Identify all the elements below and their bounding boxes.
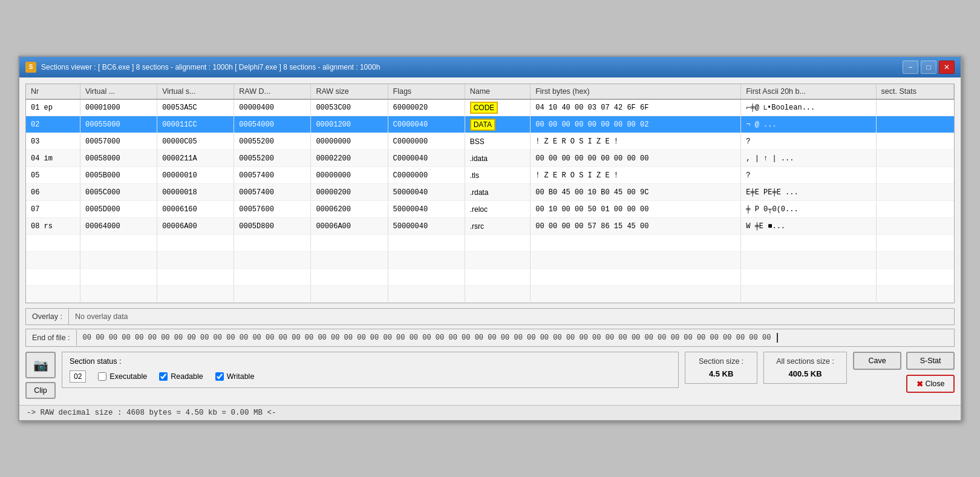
title-controls: − □ ✕ <box>903 61 955 74</box>
table-row[interactable]: 060005C000000000180005740000000200500000… <box>26 184 954 201</box>
status-bar: -> RAW decimal size : 4608 bytes = 4.50 … <box>19 405 961 420</box>
executable-checkbox-item[interactable]: Executable <box>98 372 147 381</box>
title-bar-left: S Sections viewer : [ BC6.exe ] 8 sectio… <box>25 62 380 73</box>
main-window: S Sections viewer : [ BC6.exe ] 8 sectio… <box>18 56 962 422</box>
table-row[interactable]: 01 ep0000100000053A5C0000040000053C00600… <box>26 99 954 116</box>
col-raw-d: RAW D... <box>234 84 311 99</box>
col-name: Name <box>465 84 531 99</box>
app-icon: S <box>25 62 36 73</box>
overlay-bar: Overlay : No overlay data <box>25 308 955 325</box>
table-body: 01 ep0000100000053A5C0000040000053C00600… <box>26 99 954 303</box>
table-header-row: Nr Virtual ... Virtual s... RAW D... RAW… <box>26 84 954 99</box>
bottom-panel: 📷 Clip Section status : 02 Executable R <box>25 352 955 399</box>
col-stats: sect. Stats <box>876 84 953 99</box>
eof-label: End of file : <box>26 330 77 346</box>
eof-value: 00 00 00 00 00 00 00 00 00 00 00 00 00 0… <box>77 329 954 346</box>
overlay-value: No overlay data <box>69 309 134 324</box>
writable-checkbox-item[interactable]: Writable <box>215 372 255 381</box>
col-virtual: Virtual ... <box>80 84 157 99</box>
title-bar: S Sections viewer : [ BC6.exe ] 8 sectio… <box>19 57 961 77</box>
cave-button[interactable]: Cave <box>853 352 901 370</box>
readable-checkbox-item[interactable]: Readable <box>159 372 203 381</box>
table-empty-row <box>26 269 954 286</box>
col-nr: Nr <box>26 84 80 99</box>
sstat-button[interactable]: S-Stat <box>906 352 955 370</box>
table-empty-row <box>26 252 954 269</box>
table-empty-row <box>26 286 954 303</box>
window-close-button[interactable]: ✕ <box>939 61 955 74</box>
section-size-box: Section size : 4.5 KB <box>685 352 757 384</box>
section-size-label: Section size : <box>697 357 745 366</box>
maximize-button[interactable]: □ <box>921 61 936 74</box>
section-status-area: Section status : 02 Executable Readable … <box>62 352 679 388</box>
table-empty-row <box>26 235 954 252</box>
table-row[interactable]: 050005B000000000100005740000000000C00000… <box>26 167 954 184</box>
eof-bar: End of file : 00 00 00 00 00 00 00 00 00… <box>25 329 955 347</box>
col-ascii: First Ascii 20h b... <box>741 84 876 99</box>
all-sections-size-box: All sections size : 400.5 KB <box>763 352 847 384</box>
status-bar-text: -> RAW decimal size : 4608 bytes = 4.50 … <box>27 409 276 417</box>
col-first-bytes: First bytes (hex) <box>531 84 741 99</box>
minimize-button[interactable]: − <box>903 61 918 74</box>
col-flags: Flags <box>388 84 465 99</box>
readable-checkbox[interactable] <box>159 372 168 381</box>
clip-button[interactable]: Clip <box>25 382 56 399</box>
eof-cursor <box>777 333 778 343</box>
all-sections-size-label: All sections size : <box>776 357 834 366</box>
all-sections-size-value: 400.5 KB <box>776 369 834 378</box>
section-number: 02 <box>70 370 86 383</box>
camera-clip-area: 📷 Clip <box>25 352 56 399</box>
sections-table: Nr Virtual ... Virtual s... RAW D... RAW… <box>26 84 954 303</box>
table-row[interactable]: 04 im000580000000211A0005520000002200C00… <box>26 150 954 167</box>
table-row[interactable]: 0200055000000011CC0005400000001200C00000… <box>26 116 954 133</box>
section-size-value: 4.5 KB <box>697 369 745 378</box>
table-row[interactable]: 08 rs0006400000006A000005D80000006A00500… <box>26 218 954 235</box>
close-x-icon: ✖ <box>916 380 923 389</box>
right-buttons: Cave S-Stat ✖ Close <box>853 352 955 393</box>
status-checkboxes: 02 Executable Readable Writable <box>70 370 671 383</box>
section-status-title: Section status : <box>70 357 671 366</box>
executable-checkbox[interactable] <box>98 372 106 381</box>
sections-table-container: Nr Virtual ... Virtual s... RAW D... RAW… <box>25 84 955 304</box>
col-virtual-s: Virtual s... <box>157 84 234 99</box>
camera-button[interactable]: 📷 <box>25 352 56 378</box>
window-body: Nr Virtual ... Virtual s... RAW D... RAW… <box>19 77 961 406</box>
close-button[interactable]: ✖ Close <box>906 375 955 393</box>
col-raw-size: RAW size <box>311 84 388 99</box>
overlay-label: Overlay : <box>26 309 69 324</box>
window-title: Sections viewer : [ BC6.exe ] 8 sections… <box>41 63 380 71</box>
writable-checkbox[interactable] <box>215 372 224 381</box>
table-row[interactable]: 030005700000000C050005520000000000C00000… <box>26 133 954 150</box>
table-row[interactable]: 070005D000000061600005760000006200500000… <box>26 201 954 218</box>
